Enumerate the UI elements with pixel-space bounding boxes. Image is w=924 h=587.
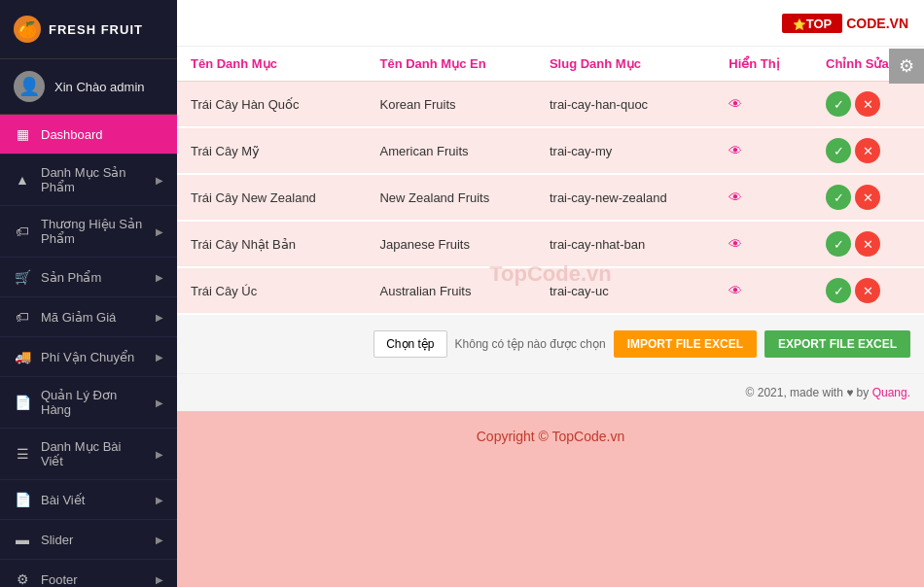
cell-ten-4: Trái Cây Úc bbox=[177, 267, 366, 314]
edit-button-0[interactable]: ✓ bbox=[826, 91, 851, 117]
nav-label-danh-muc-san-pham: Danh Mục Sản Phẩm bbox=[41, 165, 146, 194]
sidebar-item-bai-viet[interactable]: 📄 Bài Viết ▶ bbox=[0, 480, 177, 520]
nav-arrow-ma-giam-gia: ▶ bbox=[156, 312, 163, 323]
nav-icon-san-pham: 🛒 bbox=[14, 268, 31, 286]
visible-icon-1: 👁 bbox=[729, 143, 742, 158]
cell-ten-3: Trái Cây Nhật Bản bbox=[177, 221, 366, 267]
cell-slug-2: trai-cay-new-zealand bbox=[536, 174, 715, 221]
table-row: Trái Cây Nhật Bản Japanese Fruits trai-c… bbox=[177, 221, 924, 267]
nav-icon-slider: ▬ bbox=[14, 531, 31, 548]
visible-icon-4: 👁 bbox=[729, 283, 742, 298]
sidebar-item-ma-giam-gia[interactable]: 🏷 Mã Giảm Giá ▶ bbox=[0, 297, 177, 337]
sidebar-item-quan-ly-don-hang[interactable]: 📄 Quản Lý Đơn Hàng ▶ bbox=[0, 377, 177, 429]
cell-chinh-sua-4: ✓ ✕ bbox=[812, 267, 924, 314]
cell-chinh-sua-0: ✓ ✕ bbox=[812, 82, 924, 128]
cell-hien-thi-4: 👁 bbox=[715, 267, 812, 314]
user-section: 👤 Xin Chào admin bbox=[0, 59, 177, 115]
edit-button-4[interactable]: ✓ bbox=[826, 278, 851, 303]
cell-chinh-sua-1: ✓ ✕ bbox=[812, 127, 924, 174]
nav-label-quan-ly-don-hang: Quản Lý Đơn Hàng bbox=[41, 388, 146, 417]
table-row: Trái Cây Mỹ American Fruits trai-cay-my … bbox=[177, 127, 924, 174]
cell-hien-thi-2: 👁 bbox=[715, 174, 812, 221]
nav-arrow-bai-viet: ▶ bbox=[156, 495, 163, 505]
delete-button-0[interactable]: ✕ bbox=[855, 91, 880, 117]
sidebar-item-thuong-hieu-san-pham[interactable]: 🏷 Thương Hiệu Sản Phẩm ▶ bbox=[0, 206, 177, 258]
cell-slug-1: trai-cay-my bbox=[536, 127, 715, 174]
sidebar-item-dashboard[interactable]: ▦ Dashboard bbox=[0, 115, 177, 155]
delete-button-4[interactable]: ✕ bbox=[855, 278, 880, 303]
edit-button-2[interactable]: ✓ bbox=[826, 185, 851, 210]
nav-label-footer: Footer bbox=[41, 572, 78, 587]
nav-arrow-footer: ▶ bbox=[156, 574, 163, 585]
cell-hien-thi-1: 👁 bbox=[715, 127, 812, 174]
table-header-row: Tên Danh MụcTên Danh Mục EnSlug Danh Mục… bbox=[177, 47, 924, 82]
no-file-text: Không có tệp nào được chọn bbox=[455, 337, 606, 351]
nav-arrow-thuong-hieu-san-pham: ▶ bbox=[156, 226, 163, 237]
sidebar: 🍊 FRESH FRUIT 👤 Xin Chào admin ▦ Dashboa… bbox=[0, 0, 177, 587]
cell-ten-2: Trái Cây New Zealand bbox=[177, 174, 366, 221]
cell-hien-thi-0: 👁 bbox=[715, 82, 812, 128]
footer-link[interactable]: Quang. bbox=[872, 386, 910, 399]
cell-ten-en-4: Australian Fruits bbox=[366, 267, 535, 314]
logo-text: FRESH FRUIT bbox=[49, 22, 143, 37]
nav-icon-phi-van-chuyen: 🚚 bbox=[14, 348, 31, 365]
cell-ten-en-2: New Zealand Fruits bbox=[366, 174, 535, 221]
sidebar-item-danh-muc-san-pham[interactable]: ▲ Danh Mục Sản Phẩm ▶ bbox=[0, 155, 177, 206]
nav-icon-dashboard: ▦ bbox=[14, 125, 31, 143]
table-row: Trái Cây Úc Australian Fruits trai-cay-u… bbox=[177, 267, 924, 314]
nav-label-dashboard: Dashboard bbox=[41, 127, 103, 142]
export-button[interactable]: EXPORT FILE EXCEL bbox=[764, 330, 910, 358]
cell-slug-4: trai-cay-uc bbox=[536, 267, 715, 314]
nav-label-danh-muc-bai-viet: Danh Mục Bài Viết bbox=[41, 439, 146, 468]
choose-file-button[interactable]: Chọn tệp bbox=[373, 330, 446, 358]
action-buttons-3: ✓ ✕ bbox=[826, 231, 910, 257]
nav-icon-footer: ⚙ bbox=[14, 570, 31, 587]
copyright-bar: Copyright © TopCode.vn bbox=[177, 411, 924, 462]
col-header-ten-danh-muc: Tên Danh Mục bbox=[177, 47, 366, 82]
nav-label-bai-viet: Bài Viết bbox=[41, 493, 85, 507]
footer-text: © 2021, made with ♥ by bbox=[746, 386, 870, 399]
col-header-slug-danh-muc: Slug Danh Mục bbox=[536, 47, 715, 82]
table-row: Trái Cây New Zealand New Zealand Fruits … bbox=[177, 174, 924, 221]
sidebar-item-slider[interactable]: ▬ Slider ▶ bbox=[0, 520, 177, 560]
cell-ten-1: Trái Cây Mỹ bbox=[177, 127, 366, 174]
nav-label-slider: Slider bbox=[41, 533, 73, 547]
sidebar-item-danh-muc-bai-viet[interactable]: ☰ Danh Mục Bài Viết ▶ bbox=[0, 429, 177, 480]
visible-icon-0: 👁 bbox=[729, 96, 742, 112]
user-name: Xin Chào admin bbox=[54, 80, 145, 94]
cell-ten-en-3: Japanese Fruits bbox=[366, 221, 535, 267]
edit-button-1[interactable]: ✓ bbox=[826, 138, 851, 163]
edit-button-3[interactable]: ✓ bbox=[826, 231, 851, 257]
nav-icon-danh-muc-san-pham: ▲ bbox=[14, 171, 31, 189]
table-section: Tên Danh MụcTên Danh Mục EnSlug Danh Mục… bbox=[177, 47, 924, 315]
delete-button-2[interactable]: ✕ bbox=[855, 185, 880, 210]
sidebar-logo: 🍊 FRESH FRUIT bbox=[0, 0, 177, 59]
cell-chinh-sua-3: ✓ ✕ bbox=[812, 221, 924, 267]
sidebar-item-footer[interactable]: ⚙ Footer ▶ bbox=[0, 560, 177, 587]
visible-icon-3: 👁 bbox=[729, 236, 742, 252]
cell-slug-0: trai-cay-han-quoc bbox=[536, 82, 715, 128]
cell-ten-0: Trái Cây Hàn Quốc bbox=[177, 82, 366, 128]
import-button[interactable]: IMPORT FILE EXCEL bbox=[614, 330, 757, 358]
nav-arrow-san-pham: ▶ bbox=[156, 272, 163, 283]
footer-bar: © 2021, made with ♥ by Quang. bbox=[177, 373, 924, 411]
cell-ten-en-1: American Fruits bbox=[366, 127, 535, 174]
domain-label: CODE.VN bbox=[846, 16, 908, 31]
nav-arrow-phi-van-chuyen: ▶ bbox=[156, 352, 163, 363]
delete-button-3[interactable]: ✕ bbox=[855, 231, 880, 257]
cell-ten-en-0: Korean Fruits bbox=[366, 82, 535, 128]
cell-slug-3: trai-cay-nhat-ban bbox=[536, 221, 715, 267]
nav-icon-quan-ly-don-hang: 📄 bbox=[14, 394, 31, 411]
nav-label-san-pham: Sản Phẩm bbox=[41, 270, 101, 285]
nav-label-phi-van-chuyen: Phí Vận Chuyển bbox=[41, 350, 134, 364]
copyright-text: Copyright © TopCode.vn bbox=[477, 429, 624, 444]
topbar: ⭐TOP CODE.VN bbox=[177, 0, 924, 47]
table-row: Trái Cây Hàn Quốc Korean Fruits trai-cay… bbox=[177, 82, 924, 128]
sidebar-item-phi-van-chuyen[interactable]: 🚚 Phí Vận Chuyển ▶ bbox=[0, 337, 177, 377]
settings-button[interactable]: ⚙ bbox=[889, 49, 924, 84]
file-section: Chọn tệp Không có tệp nào được chọn IMPO… bbox=[177, 315, 924, 373]
brand-label: ⭐TOP bbox=[782, 14, 843, 33]
delete-button-1[interactable]: ✕ bbox=[855, 138, 880, 163]
sidebar-item-san-pham[interactable]: 🛒 Sản Phẩm ▶ bbox=[0, 258, 177, 297]
nav-icon-thuong-hieu-san-pham: 🏷 bbox=[14, 223, 31, 240]
